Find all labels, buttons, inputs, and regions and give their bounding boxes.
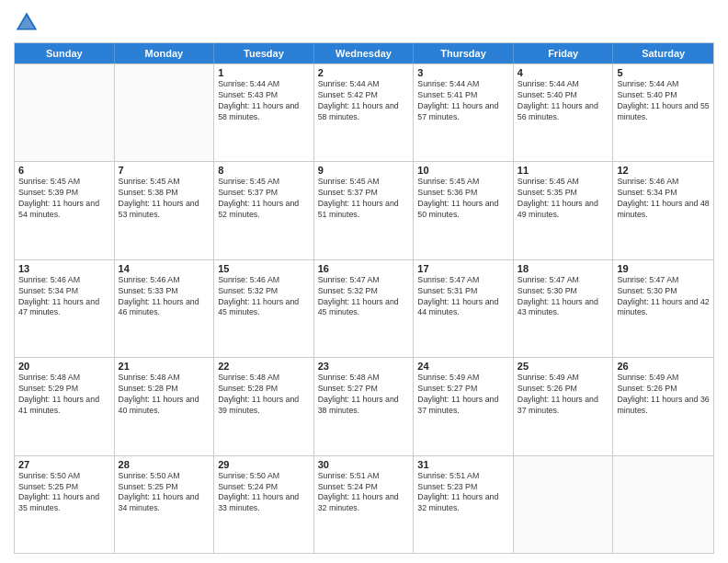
cal-cell: 19Sunrise: 5:47 AM Sunset: 5:30 PM Dayli… [613, 260, 713, 357]
cal-cell: 31Sunrise: 5:51 AM Sunset: 5:23 PM Dayli… [414, 456, 514, 553]
cell-info: Sunrise: 5:48 AM Sunset: 5:29 PM Dayligh… [18, 373, 110, 417]
cell-info: Sunrise: 5:46 AM Sunset: 5:33 PM Dayligh… [119, 275, 210, 319]
cell-info: Sunrise: 5:44 AM Sunset: 5:41 PM Dayligh… [417, 79, 509, 123]
cal-cell: 20Sunrise: 5:48 AM Sunset: 5:29 PM Dayli… [15, 358, 115, 454]
cal-cell [15, 64, 115, 161]
cell-info: Sunrise: 5:45 AM Sunset: 5:35 PM Dayligh… [518, 177, 609, 221]
cell-info: Sunrise: 5:51 AM Sunset: 5:23 PM Dayligh… [417, 471, 509, 515]
day-number: 17 [417, 263, 509, 274]
cal-cell: 30Sunrise: 5:51 AM Sunset: 5:24 PM Dayli… [314, 456, 415, 553]
header-day-sunday: Sunday [15, 43, 115, 63]
day-number: 21 [119, 361, 210, 372]
day-number: 3 [417, 67, 509, 78]
cal-cell: 29Sunrise: 5:50 AM Sunset: 5:24 PM Dayli… [214, 456, 314, 553]
cell-info: Sunrise: 5:47 AM Sunset: 5:30 PM Dayligh… [617, 275, 710, 319]
cell-info: Sunrise: 5:44 AM Sunset: 5:42 PM Dayligh… [318, 79, 410, 123]
cal-cell: 16Sunrise: 5:47 AM Sunset: 5:32 PM Dayli… [314, 260, 415, 357]
day-number: 22 [218, 361, 310, 372]
cal-cell: 17Sunrise: 5:47 AM Sunset: 5:31 PM Dayli… [414, 260, 514, 357]
cal-cell: 14Sunrise: 5:46 AM Sunset: 5:33 PM Dayli… [115, 260, 215, 357]
generalblue-logo-icon [14, 9, 40, 35]
cell-info: Sunrise: 5:50 AM Sunset: 5:24 PM Dayligh… [218, 471, 310, 515]
cell-info: Sunrise: 5:50 AM Sunset: 5:25 PM Dayligh… [119, 471, 210, 515]
cal-cell: 18Sunrise: 5:47 AM Sunset: 5:30 PM Dayli… [514, 260, 614, 357]
cell-info: Sunrise: 5:44 AM Sunset: 5:43 PM Dayligh… [218, 79, 310, 123]
cal-cell: 24Sunrise: 5:49 AM Sunset: 5:27 PM Dayli… [414, 358, 514, 454]
day-number: 30 [318, 459, 410, 470]
logo [14, 9, 43, 35]
day-number: 13 [18, 263, 110, 274]
header-day-thursday: Thursday [414, 43, 514, 63]
cell-info: Sunrise: 5:50 AM Sunset: 5:25 PM Dayligh… [18, 471, 110, 515]
cal-cell: 3Sunrise: 5:44 AM Sunset: 5:41 PM Daylig… [414, 64, 514, 161]
cell-info: Sunrise: 5:49 AM Sunset: 5:27 PM Dayligh… [417, 373, 509, 417]
cell-info: Sunrise: 5:48 AM Sunset: 5:28 PM Dayligh… [218, 373, 310, 417]
header [14, 9, 714, 35]
cell-info: Sunrise: 5:46 AM Sunset: 5:34 PM Dayligh… [617, 177, 710, 221]
day-number: 18 [518, 263, 609, 274]
day-number: 25 [518, 361, 609, 372]
day-number: 15 [218, 263, 310, 274]
day-number: 26 [617, 361, 710, 372]
cell-info: Sunrise: 5:45 AM Sunset: 5:37 PM Dayligh… [318, 177, 410, 221]
day-number: 1 [218, 67, 310, 78]
cell-info: Sunrise: 5:45 AM Sunset: 5:37 PM Dayligh… [218, 177, 310, 221]
header-day-tuesday: Tuesday [214, 43, 314, 63]
cal-cell: 21Sunrise: 5:48 AM Sunset: 5:28 PM Dayli… [115, 358, 215, 454]
week-row-3: 13Sunrise: 5:46 AM Sunset: 5:34 PM Dayli… [15, 259, 713, 357]
calendar: SundayMondayTuesdayWednesdayThursdayFrid… [14, 42, 714, 554]
cal-cell: 15Sunrise: 5:46 AM Sunset: 5:32 PM Dayli… [214, 260, 314, 357]
cal-cell [514, 456, 614, 553]
day-number: 19 [617, 263, 710, 274]
cal-cell: 8Sunrise: 5:45 AM Sunset: 5:37 PM Daylig… [214, 162, 314, 259]
cal-cell [613, 456, 713, 553]
cal-cell: 4Sunrise: 5:44 AM Sunset: 5:40 PM Daylig… [514, 64, 614, 161]
day-number: 27 [18, 459, 110, 470]
day-number: 14 [119, 263, 210, 274]
cell-info: Sunrise: 5:46 AM Sunset: 5:32 PM Dayligh… [218, 275, 310, 319]
cal-cell: 10Sunrise: 5:45 AM Sunset: 5:36 PM Dayli… [414, 162, 514, 259]
calendar-body: 1Sunrise: 5:44 AM Sunset: 5:43 PM Daylig… [15, 63, 713, 553]
day-number: 4 [518, 67, 609, 78]
calendar-header-row: SundayMondayTuesdayWednesdayThursdayFrid… [15, 43, 713, 63]
week-row-5: 27Sunrise: 5:50 AM Sunset: 5:25 PM Dayli… [15, 455, 713, 553]
cal-cell: 12Sunrise: 5:46 AM Sunset: 5:34 PM Dayli… [613, 162, 713, 259]
cal-cell: 26Sunrise: 5:49 AM Sunset: 5:26 PM Dayli… [613, 358, 713, 454]
day-number: 6 [18, 165, 110, 176]
cell-info: Sunrise: 5:49 AM Sunset: 5:26 PM Dayligh… [518, 373, 609, 417]
cell-info: Sunrise: 5:46 AM Sunset: 5:34 PM Dayligh… [18, 275, 110, 319]
day-number: 23 [318, 361, 410, 372]
cell-info: Sunrise: 5:44 AM Sunset: 5:40 PM Dayligh… [617, 79, 710, 123]
header-day-friday: Friday [514, 43, 614, 63]
cal-cell: 27Sunrise: 5:50 AM Sunset: 5:25 PM Dayli… [15, 456, 115, 553]
cal-cell: 13Sunrise: 5:46 AM Sunset: 5:34 PM Dayli… [15, 260, 115, 357]
header-day-saturday: Saturday [613, 43, 713, 63]
day-number: 16 [318, 263, 410, 274]
cal-cell: 22Sunrise: 5:48 AM Sunset: 5:28 PM Dayli… [214, 358, 314, 454]
day-number: 12 [617, 165, 710, 176]
cal-cell: 25Sunrise: 5:49 AM Sunset: 5:26 PM Dayli… [514, 358, 614, 454]
day-number: 28 [119, 459, 210, 470]
cell-info: Sunrise: 5:45 AM Sunset: 5:36 PM Dayligh… [417, 177, 509, 221]
cell-info: Sunrise: 5:45 AM Sunset: 5:38 PM Dayligh… [119, 177, 210, 221]
day-number: 10 [417, 165, 509, 176]
cal-cell: 11Sunrise: 5:45 AM Sunset: 5:35 PM Dayli… [514, 162, 614, 259]
cal-cell: 23Sunrise: 5:48 AM Sunset: 5:27 PM Dayli… [314, 358, 415, 454]
day-number: 5 [617, 67, 710, 78]
header-day-monday: Monday [115, 43, 215, 63]
cal-cell: 6Sunrise: 5:45 AM Sunset: 5:39 PM Daylig… [15, 162, 115, 259]
cal-cell: 7Sunrise: 5:45 AM Sunset: 5:38 PM Daylig… [115, 162, 215, 259]
cal-cell: 9Sunrise: 5:45 AM Sunset: 5:37 PM Daylig… [314, 162, 415, 259]
cal-cell: 5Sunrise: 5:44 AM Sunset: 5:40 PM Daylig… [613, 64, 713, 161]
cell-info: Sunrise: 5:47 AM Sunset: 5:32 PM Dayligh… [318, 275, 410, 319]
cal-cell: 28Sunrise: 5:50 AM Sunset: 5:25 PM Dayli… [115, 456, 215, 553]
page: SundayMondayTuesdayWednesdayThursdayFrid… [0, 0, 728, 563]
cell-info: Sunrise: 5:47 AM Sunset: 5:31 PM Dayligh… [417, 275, 509, 319]
day-number: 29 [218, 459, 310, 470]
day-number: 9 [318, 165, 410, 176]
day-number: 11 [518, 165, 609, 176]
cell-info: Sunrise: 5:48 AM Sunset: 5:28 PM Dayligh… [119, 373, 210, 417]
cell-info: Sunrise: 5:44 AM Sunset: 5:40 PM Dayligh… [518, 79, 609, 123]
cell-info: Sunrise: 5:47 AM Sunset: 5:30 PM Dayligh… [518, 275, 609, 319]
day-number: 2 [318, 67, 410, 78]
